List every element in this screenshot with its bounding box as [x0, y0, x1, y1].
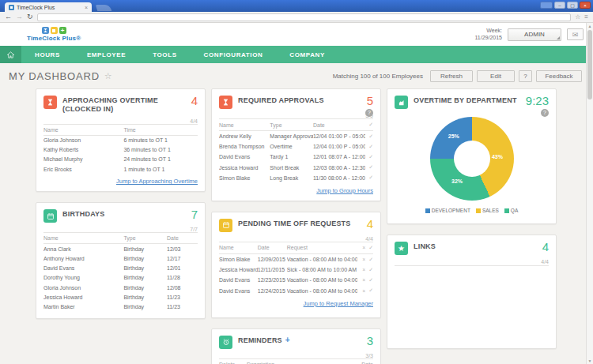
favorite-star-icon[interactable]: ☆: [104, 71, 112, 81]
jump-to-request-manager-link[interactable]: Jump to Request Manager: [219, 300, 373, 307]
col-header-delete: Delete: [219, 358, 247, 364]
approve-check-icon[interactable]: ✓: [365, 286, 373, 296]
legend-swatch: [476, 208, 481, 213]
week-selector[interactable]: Week: 11/29/2015: [474, 28, 502, 41]
envelope-icon: ✉: [572, 31, 579, 39]
cell-name: Jessica Howard: [219, 265, 258, 275]
approve-check-icon[interactable]: ✓: [365, 163, 373, 173]
hourglass-icon: [219, 96, 232, 109]
approve-check-icon[interactable]: ✓: [365, 173, 373, 183]
cell-type: Birthday: [123, 264, 167, 273]
nav-home-button[interactable]: [0, 46, 21, 63]
table-row: Jessica Howard Birthday 11/23: [43, 292, 198, 302]
admin-menu-button[interactable]: ADMIN: [508, 28, 561, 41]
tab-close-icon[interactable]: ×: [85, 5, 88, 10]
nav-item-company[interactable]: COMPANY: [276, 46, 338, 63]
deny-cross-icon[interactable]: ×: [357, 275, 365, 285]
nav-item-tools[interactable]: TOOLS: [139, 46, 190, 63]
nav-item-hours[interactable]: HOURS: [21, 46, 74, 63]
birthdays-table-body: Anna Clark Birthday 12/03 Anthony Howard…: [43, 244, 198, 312]
cell-name: Jessica Howard: [43, 292, 123, 302]
card-approaching-overtime: APPROACHING OVERTIME (CLOCKED IN) 4 4/4 …: [36, 88, 206, 192]
browser-profile-button[interactable]: [540, 2, 553, 9]
back-icon[interactable]: ←: [5, 13, 12, 21]
nav-item-configuration[interactable]: CONFIGURATION: [191, 46, 277, 63]
refresh-button[interactable]: Refresh: [430, 70, 473, 82]
main-nav: HOURS EMPLOYEE TOOLS CONFIGURATION COMPA…: [0, 46, 593, 63]
scroll-down-icon[interactable]: ▼: [587, 358, 593, 363]
approve-check-icon[interactable]: ✓: [365, 141, 373, 152]
approve-check-icon[interactable]: ✓: [365, 265, 373, 275]
matching-employees-text: Matching 100 of 100 Employees: [333, 73, 423, 80]
menu-icon[interactable]: ≡: [584, 14, 588, 21]
new-tab-button[interactable]: [96, 5, 112, 11]
help-button[interactable]: ?: [519, 70, 532, 82]
card-help-icon[interactable]: ?: [365, 109, 373, 117]
link-item[interactable]: [395, 283, 549, 287]
jump-to-group-hours-link[interactable]: Jump to Group Hours: [219, 187, 373, 194]
approve-check-icon[interactable]: ✓: [365, 275, 373, 285]
deny-cross-icon[interactable]: ×: [357, 286, 365, 296]
scroll-up-icon[interactable]: ▲: [587, 24, 593, 28]
page-scrollbar[interactable]: ▲ ▼: [586, 23, 593, 364]
card-count: 4: [191, 94, 198, 107]
window-minimize-button[interactable]: –: [554, 2, 565, 9]
legend-label: QA: [511, 208, 518, 213]
cell-request: Sick - 08:00 AM to 10:00 AM: [287, 265, 358, 275]
tab-favicon-icon: [9, 5, 14, 10]
table-row: Andrew Kelly Manager Approval 12/04 01:0…: [219, 131, 373, 142]
col-header-deny-icon: ×: [357, 242, 365, 253]
approve-check-icon[interactable]: ✓: [365, 253, 373, 265]
cell-type: Manager Approval: [270, 131, 313, 142]
table-row: Anthony Howard Birthday 12/17: [43, 253, 198, 263]
cell-name: Michael Murphy: [43, 155, 123, 164]
approve-check-icon[interactable]: ✓: [365, 131, 373, 142]
card-help-icon[interactable]: ?: [541, 109, 549, 117]
calendar-icon: [219, 219, 232, 232]
bookmark-star-icon[interactable]: ☆: [575, 14, 580, 21]
col-header-type: Type: [270, 119, 313, 131]
browser-tab[interactable]: TimeClock Plus ×: [5, 2, 92, 12]
table-row: Martin Baker Birthday 11/23: [43, 302, 198, 311]
table-row: Jessica Howard 12/11/2015 Sick - 08:00 A…: [219, 265, 373, 275]
cell-date: 11/30 08:00 A - 12:00 P: [313, 173, 365, 183]
feedback-button[interactable]: Feedback: [536, 70, 582, 82]
address-bar-input[interactable]: [37, 13, 572, 21]
cell-type: Tardy 1: [270, 152, 313, 162]
page-title: MY DASHBOARD: [9, 70, 100, 82]
cell-name: Dorothy Young: [43, 273, 123, 283]
col-header-request: Request: [287, 242, 358, 253]
deny-cross-icon[interactable]: ×: [357, 265, 365, 275]
nav-item-employee[interactable]: EMPLOYEE: [74, 46, 139, 63]
edit-button[interactable]: Edit: [477, 70, 515, 82]
cell-type: Birthday: [123, 302, 167, 311]
logo-hourglass-icon: [42, 27, 49, 34]
cell-time: 36 minutes to OT 1: [123, 145, 198, 155]
cell-name: Anna Clark: [43, 244, 123, 254]
cell-date: 12/23/2015: [258, 275, 287, 285]
pager-text: 3/3: [219, 353, 373, 358]
table-row: Simon Blake Long Break 11/30 08:00 A - 1…: [219, 173, 373, 183]
window-maximize-button[interactable]: ▢: [567, 2, 578, 9]
area-chart-icon: [395, 96, 408, 109]
cell-type: Birthday: [123, 253, 167, 263]
approaching-table-body: Gloria Johnson 6 minutes to OT 1 Kathy R…: [43, 135, 198, 174]
deny-cross-icon[interactable]: ×: [357, 253, 365, 265]
card-title: OVERTIME BY DEPARTMENT: [414, 96, 517, 105]
forward-icon[interactable]: →: [16, 13, 23, 21]
chart-legend: DEVELOPMENT SALES QA: [395, 208, 549, 213]
cell-date: 12/17: [167, 253, 198, 263]
required-approvals-table-body: Andrew Kelly Manager Approval 12/04 01:0…: [219, 131, 373, 183]
slice-label-qa: 32%: [451, 178, 463, 184]
col-header-name: Name: [43, 233, 123, 244]
table-row: Simon Blake 12/09/2015 Vacation - 08:00 …: [219, 253, 373, 265]
pager-text: 4/4: [395, 259, 549, 265]
messages-button[interactable]: ✉: [567, 28, 584, 40]
card-title: REQUIRED APPROVALS: [238, 96, 324, 105]
jump-to-approaching-overtime-link[interactable]: Jump to Approaching Overtime: [43, 178, 198, 185]
add-reminder-button[interactable]: +: [285, 336, 290, 344]
scrollbar-thumb[interactable]: [587, 30, 592, 99]
refresh-icon[interactable]: ↻: [27, 13, 33, 21]
window-close-button[interactable]: ×: [580, 2, 591, 9]
approve-check-icon[interactable]: ✓: [365, 152, 373, 162]
